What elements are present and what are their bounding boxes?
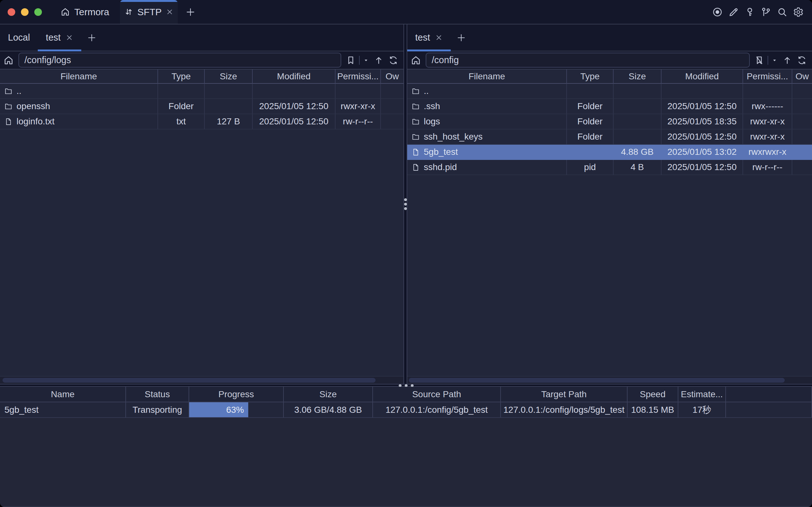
folder-icon: [412, 117, 420, 126]
minimize-window-button[interactable]: [21, 8, 29, 16]
scrollbar-thumb[interactable]: [3, 378, 376, 383]
file-row-logs[interactable]: logs Folder 2025/01/05 18:35 rwxr-xr-x: [407, 114, 812, 129]
column-header-filename[interactable]: Filename: [0, 69, 158, 84]
left-home-button[interactable]: [3, 55, 14, 66]
fullscreen-window-button[interactable]: [34, 8, 42, 16]
progress-bar: 63%: [189, 402, 248, 417]
file-size: 127 B: [205, 114, 253, 129]
column-header-modified[interactable]: Modified: [661, 69, 743, 84]
file-owner: [792, 114, 812, 129]
file-type: txt: [158, 114, 205, 129]
file-modified: 2025/01/05 13:02: [661, 145, 743, 160]
branch-icon: [761, 7, 771, 17]
transfer-progress-cell: 63%: [189, 402, 284, 418]
file-row-5gb-test-selected[interactable]: 5gb_test 4.88 GB 2025/01/05 13:02 rwxrwx…: [407, 145, 812, 160]
column-header-progress[interactable]: Progress: [189, 387, 284, 402]
tab-sftp[interactable]: SFTP: [120, 0, 178, 24]
column-header-permissions[interactable]: Permissi...: [743, 69, 792, 84]
left-parent-dir-button[interactable]: [374, 55, 384, 65]
file-type: Folder: [567, 129, 613, 145]
tab-label: test: [415, 33, 430, 43]
left-bookmark-button[interactable]: [346, 55, 356, 65]
folder-icon: [412, 102, 420, 111]
right-refresh-button[interactable]: [797, 55, 807, 65]
column-header-owner[interactable]: Ow: [381, 69, 403, 84]
search-button[interactable]: [777, 7, 788, 17]
right-bookmark-button[interactable]: [754, 55, 764, 65]
edit-button[interactable]: [728, 7, 739, 17]
right-parent-dir-button[interactable]: [782, 55, 792, 65]
folder-icon: [412, 133, 420, 141]
transfer-splitter[interactable]: [0, 384, 812, 387]
close-icon[interactable]: [166, 8, 174, 16]
key-icon: [744, 7, 755, 17]
scrollbar-thumb[interactable]: [409, 378, 785, 383]
close-window-button[interactable]: [8, 8, 15, 16]
termora-window: Termora SFTP Local te: [0, 0, 812, 507]
arrow-up-icon: [782, 55, 792, 65]
file-row-loginfo[interactable]: loginfo.txt txt 127 B 2025/01/05 12:50 r…: [0, 114, 403, 129]
file-size: [613, 129, 661, 145]
splitter-grip-icon: [404, 197, 407, 212]
column-header-size[interactable]: Size: [205, 69, 253, 84]
right-pane-tabbar: test: [407, 24, 812, 51]
file-owner: [381, 99, 403, 114]
tab-test-left[interactable]: test: [38, 24, 81, 51]
file-row-ssh-host-keys[interactable]: ssh_host_keys Folder 2025/01/05 12:50 rw…: [407, 129, 812, 145]
file-row-sshd-pid[interactable]: sshd.pid pid 4 B 2025/01/05 12:50 rw-r--…: [407, 160, 812, 175]
keychain-button[interactable]: [761, 7, 771, 17]
left-refresh-button[interactable]: [388, 55, 398, 65]
column-header-type[interactable]: Type: [567, 69, 613, 84]
file-type: [158, 84, 205, 99]
column-header-source-path[interactable]: Source Path: [373, 387, 501, 402]
column-header-estimate[interactable]: Estimate...: [679, 387, 726, 402]
right-path-input[interactable]: [426, 53, 750, 68]
left-bookmark-dropdown[interactable]: [363, 57, 369, 63]
right-home-button[interactable]: [411, 55, 421, 66]
left-path-input[interactable]: [18, 53, 341, 68]
column-header-type[interactable]: Type: [158, 69, 205, 84]
file-type: Folder: [567, 99, 613, 114]
pane-splitter[interactable]: [403, 24, 407, 384]
column-header-target-path[interactable]: Target Path: [501, 387, 628, 402]
close-icon[interactable]: [65, 34, 73, 42]
settings-button[interactable]: [793, 7, 804, 17]
right-add-tab-button[interactable]: [451, 24, 472, 51]
app-home-tab[interactable]: Termora: [60, 0, 109, 24]
left-table-header: Filename Type Size Modified Permissi... …: [0, 69, 403, 84]
bookmark-icon: [346, 55, 356, 65]
left-horizontal-scrollbar[interactable]: [0, 376, 403, 384]
file-row-ssh[interactable]: .ssh Folder 2025/01/05 12:50 rwx------: [407, 99, 812, 114]
right-horizontal-scrollbar[interactable]: [407, 376, 812, 384]
column-header-modified[interactable]: Modified: [253, 69, 335, 84]
column-header-filename[interactable]: Filename: [407, 69, 567, 84]
column-header-owner[interactable]: Ow: [792, 69, 812, 84]
file-row-parent[interactable]: ..: [0, 84, 403, 99]
right-bookmark-dropdown[interactable]: [771, 57, 778, 63]
record-button[interactable]: [712, 7, 723, 17]
file-name: logs: [424, 116, 440, 127]
column-header-name[interactable]: Name: [0, 387, 126, 402]
file-name: loginfo.txt: [16, 116, 55, 127]
column-header-size[interactable]: Size: [613, 69, 661, 84]
transfer-row-5gb-test[interactable]: 5gb_test Transporting 63% 3.06 GB/4.88 G…: [0, 402, 812, 418]
close-icon[interactable]: [435, 34, 443, 42]
file-row-openssh[interactable]: openssh Folder 2025/01/05 12:50 rwxr-xr-…: [0, 99, 403, 114]
column-header-permissions[interactable]: Permissi...: [335, 69, 381, 84]
column-header-status[interactable]: Status: [126, 387, 189, 402]
file-size: [613, 114, 661, 129]
tab-test-right[interactable]: test: [407, 24, 451, 51]
left-pathbar: [0, 51, 403, 69]
transfer-empty-area: [0, 418, 812, 506]
column-header-speed[interactable]: Speed: [628, 387, 679, 402]
tab-local[interactable]: Local: [0, 24, 38, 51]
transfer-status: Transporting: [126, 402, 189, 418]
column-header-size[interactable]: Size: [284, 387, 373, 402]
home-icon: [60, 7, 70, 17]
file-icon: [412, 163, 420, 172]
new-tab-button[interactable]: [178, 0, 203, 24]
left-add-tab-button[interactable]: [81, 24, 102, 51]
file-row-parent[interactable]: ..: [407, 84, 812, 99]
key-manager-button[interactable]: [744, 7, 755, 17]
file-owner: [792, 84, 812, 99]
